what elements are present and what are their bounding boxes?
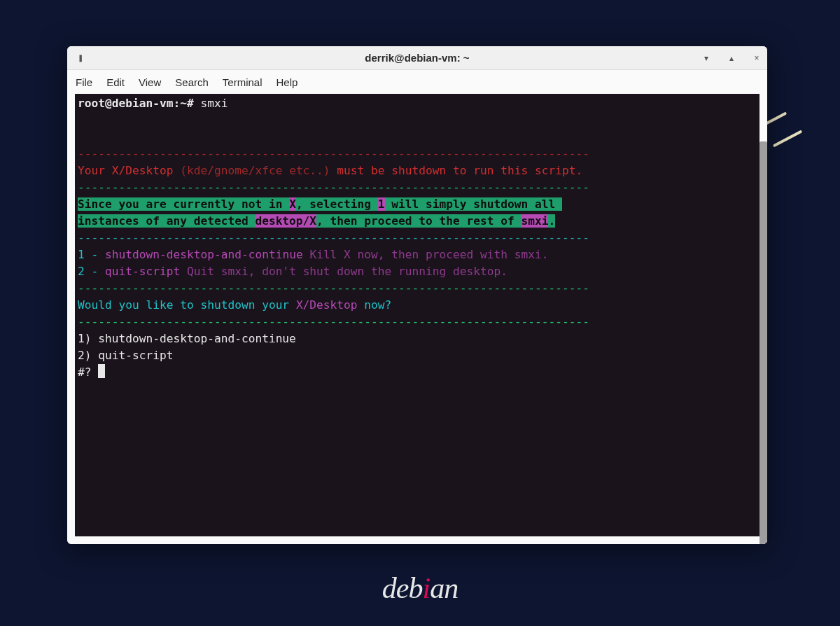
info2d: smxi (521, 214, 548, 228)
logo-dot: i (422, 571, 430, 605)
selection-2: 2) quit-script (78, 349, 173, 362)
info2a: instances of any detected (78, 214, 255, 228)
titlebar[interactable]: ❚ derrik@debian-vm: ~ ▾ ▴ × (67, 46, 767, 70)
cursor-block-icon[interactable] (98, 364, 105, 378)
window-title: derrik@debian-vm: ~ (365, 52, 469, 64)
opt2a: 2 (78, 265, 85, 278)
logo-text-after: an (430, 571, 458, 605)
q1a: Would you like to shutdown your (78, 298, 296, 312)
opt1a: 1 (78, 248, 85, 261)
opt1d: Kill X now, then proceed with smxi. (303, 248, 549, 261)
minimize-button[interactable]: ▾ (701, 53, 711, 63)
q1c: now? (358, 298, 392, 312)
msg-line1c: (kde/gnome/xfce etc..) (180, 164, 330, 177)
close-button[interactable]: × (752, 53, 762, 63)
scrollbar-thumb[interactable] (760, 141, 767, 544)
info2e: . (548, 214, 555, 228)
opt2c: quit-script (105, 265, 180, 278)
info1e: will simply shutdown all (385, 197, 562, 211)
info1b: X (289, 197, 296, 211)
opt2d: Quit smxi, don't shut down the running d… (180, 265, 507, 278)
terminal-container: root@debian-vm:~# smxi -----------------… (67, 94, 767, 544)
prompt-text: root@debian-vm:~# (78, 97, 200, 110)
selection-1: 1) shutdown-desktop-and-continue (78, 332, 296, 345)
menu-help[interactable]: Help (276, 76, 298, 88)
window-menu-icon[interactable]: ❚ (76, 53, 85, 63)
msg-line1d: must be shutdown to run this script. (330, 164, 583, 177)
debian-logo: debian (382, 571, 458, 605)
msg-line1b: X/Desktop (112, 164, 180, 177)
menu-edit[interactable]: Edit (106, 76, 125, 88)
divider-green-3: ----------------------------------------… (78, 315, 589, 328)
info1d: 1 (378, 197, 385, 211)
info1a: Since you are currently not in (78, 197, 289, 211)
logo-text-before: deb (382, 571, 423, 605)
input-prompt: #? (78, 366, 98, 379)
maximize-button[interactable]: ▴ (727, 53, 736, 63)
menu-search[interactable]: Search (175, 76, 209, 88)
info2b: desktop/X (255, 214, 316, 228)
divider-red: ----------------------------------------… (78, 147, 589, 160)
divider-green-2: ----------------------------------------… (78, 281, 589, 295)
menubar: File Edit View Search Terminal Help (67, 70, 767, 94)
terminal-output[interactable]: root@debian-vm:~# smxi -----------------… (75, 94, 760, 536)
menu-terminal[interactable]: Terminal (223, 76, 262, 88)
command-text: smxi (200, 97, 227, 110)
divider-cyan-1: ----------------------------------------… (78, 231, 589, 244)
opt1c: shutdown-desktop-and-continue (105, 248, 303, 261)
q1b: X/Desktop (296, 298, 358, 312)
terminal-window: ❚ derrik@debian-vm: ~ ▾ ▴ × File Edit Vi… (67, 46, 767, 544)
info2c: , then proceed to the rest of (316, 214, 521, 228)
msg-line1a: Your (78, 164, 112, 177)
window-controls: ▾ ▴ × (701, 53, 762, 63)
opt2b: - (85, 265, 105, 278)
opt1b: - (85, 248, 105, 261)
terminal-scrollbar[interactable] (760, 141, 767, 544)
info1c: , selecting (296, 197, 378, 211)
divider-green-1: ----------------------------------------… (78, 181, 589, 194)
menu-view[interactable]: View (139, 76, 161, 88)
menu-file[interactable]: File (76, 76, 92, 88)
